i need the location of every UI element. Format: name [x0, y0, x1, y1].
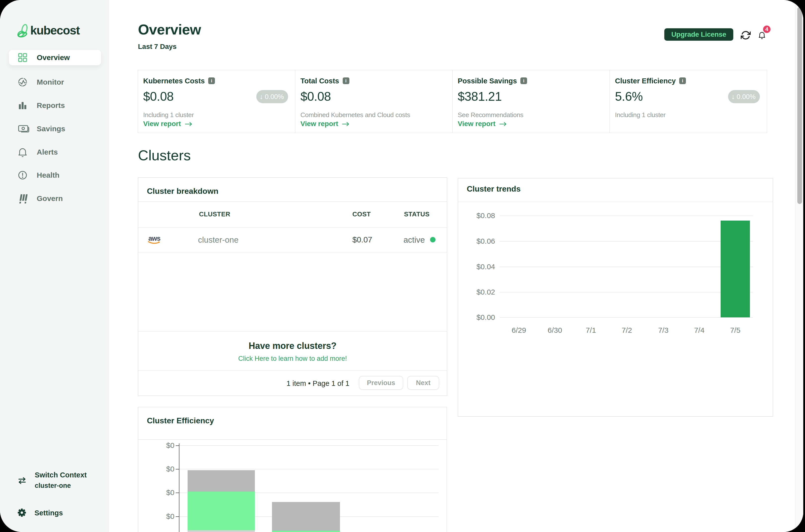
svg-text:aws: aws — [148, 235, 160, 242]
